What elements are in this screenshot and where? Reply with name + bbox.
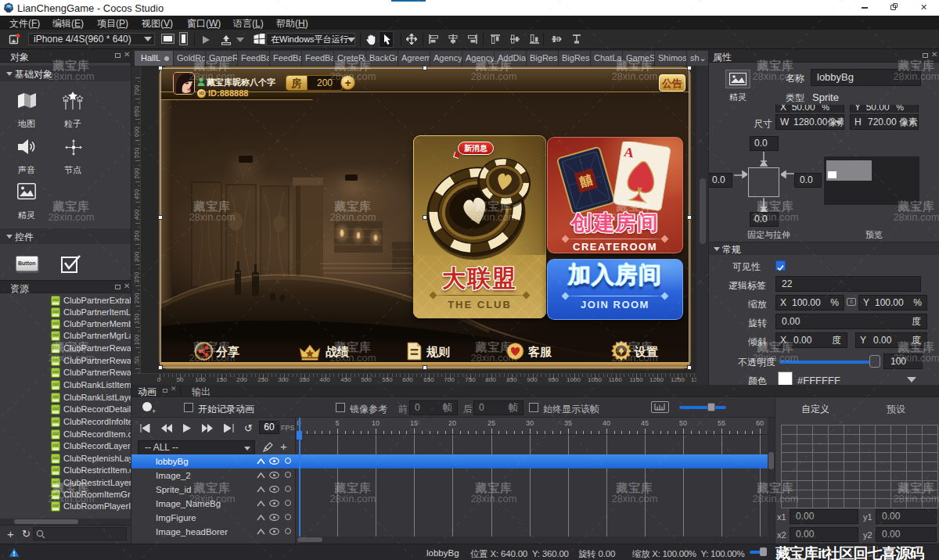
svg-text:csd: csd <box>52 406 59 411</box>
svg-text:csd: csd <box>52 443 59 447</box>
svg-text:csd: csd <box>52 369 59 374</box>
svg-text:csd: csd <box>52 503 59 508</box>
svg-text:csd: csd <box>52 431 59 436</box>
svg-text:csd: csd <box>52 309 59 314</box>
svg-text:csd: csd <box>52 321 59 325</box>
svg-text:csd: csd <box>52 332 59 337</box>
svg-text:csd: csd <box>52 297 59 302</box>
svg-text:csd: csd <box>52 418 59 423</box>
svg-text:csd: csd <box>52 357 59 362</box>
svg-text:csd: csd <box>52 382 59 386</box>
svg-text:csd: csd <box>52 394 59 399</box>
svg-text:csd: csd <box>52 345 59 350</box>
svg-text:csd: csd <box>52 479 59 484</box>
svg-text:csd: csd <box>52 491 59 496</box>
svg-text:csd: csd <box>52 455 59 460</box>
svg-text:csd: csd <box>52 467 59 472</box>
